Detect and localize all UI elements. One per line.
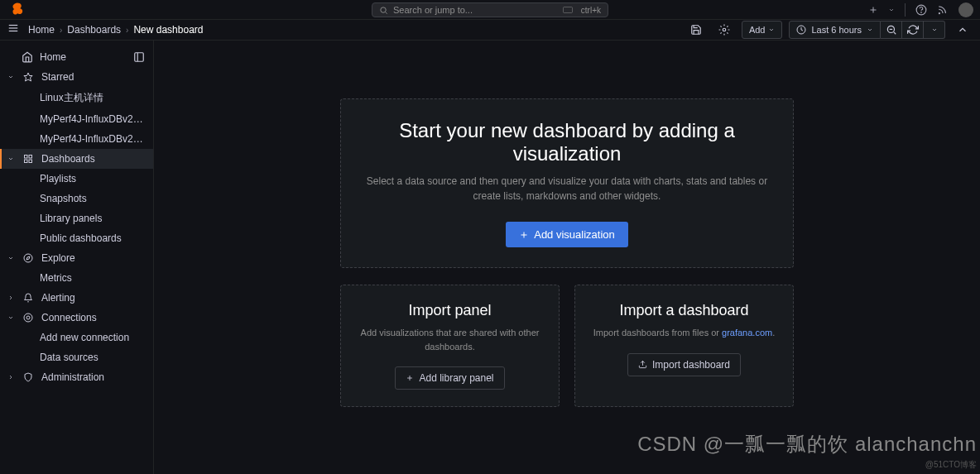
sidebar-starred-item[interactable]: MyPerf4J-InfluxDBv2.x-Met... [0, 129, 153, 149]
svg-point-0 [381, 7, 386, 12]
svg-point-23 [24, 254, 32, 262]
zoom-out-button[interactable] [881, 21, 902, 39]
start-card: Start your new dashboard by adding a vis… [340, 98, 794, 268]
chevron-down-icon [931, 26, 938, 33]
plus-icon [406, 374, 414, 382]
chevron-down-icon [7, 255, 14, 261]
chevron-down-icon [7, 314, 14, 321]
sidebar-item-administration[interactable]: Administration [0, 367, 153, 387]
svg-marker-18 [24, 73, 32, 81]
sidebar-dashboards-item[interactable]: Playlists [0, 169, 153, 189]
news-icon[interactable] [937, 4, 949, 16]
chevron-up-icon [957, 24, 968, 36]
refresh-button[interactable] [902, 21, 924, 39]
chevron-down-icon[interactable] [888, 7, 895, 13]
svg-marker-24 [26, 256, 30, 260]
main-content: Start your new dashboard by adding a vis… [154, 41, 980, 474]
sidebar-dashboards-item[interactable]: Library panels [0, 208, 153, 228]
svg-rect-21 [29, 160, 32, 163]
sidebar-connections-item[interactable]: Add new connection [0, 328, 153, 347]
search-shortcut: ctrl+k [563, 6, 601, 15]
svg-line-1 [386, 12, 387, 13]
zoom-out-icon [886, 24, 897, 36]
help-icon[interactable] [915, 4, 927, 16]
refresh-icon [907, 24, 919, 36]
import-dashboard-desc: Import dashboards from files or grafana.… [588, 326, 780, 340]
collapse-button[interactable] [952, 21, 973, 39]
home-icon [22, 51, 33, 63]
shield-icon [23, 372, 33, 382]
search-input[interactable]: Search or jump to... ctrl+k [372, 2, 608, 17]
breadcrumb-home[interactable]: Home [28, 24, 55, 36]
clock-icon [796, 25, 806, 35]
sidebar-item-explore[interactable]: Explore [0, 248, 153, 268]
avatar[interactable] [958, 2, 973, 17]
sidebar-item-starred[interactable]: Starred [0, 67, 153, 87]
import-panel-title: Import panel [354, 302, 545, 319]
menu-toggle[interactable] [7, 22, 20, 37]
start-desc: Select a data source and then query and … [366, 174, 768, 203]
gear-icon [718, 24, 730, 36]
svg-rect-20 [29, 156, 32, 159]
sidebar-starred-item[interactable]: Linux主机详情 [0, 87, 153, 109]
sidebar-item-dashboards[interactable]: Dashboards [0, 149, 153, 169]
time-range-button[interactable]: Last 6 hours [789, 21, 881, 39]
compass-icon [23, 253, 33, 263]
import-dashboard-card: Import a dashboard Import dashboards fro… [574, 285, 794, 407]
sidebar-explore-item[interactable]: Metrics [0, 268, 153, 288]
grafana-logo[interactable] [10, 2, 26, 18]
chevron-down-icon [768, 26, 775, 33]
chevron-down-icon [7, 156, 14, 162]
topbar: Search or jump to... ctrl+k [0, 0, 980, 20]
breadcrumb-current: New dashboard [133, 24, 203, 36]
breadcrumb-sep: › [126, 26, 128, 35]
start-title: Start your new dashboard by adding a vis… [366, 119, 768, 165]
watermark-line1: CSDN @一瓢一瓢的饮 alanchanchn [637, 431, 977, 457]
breadcrumb-dashboards[interactable]: Dashboards [67, 24, 121, 36]
sidebar-item-connections[interactable]: Connections [0, 308, 153, 328]
refresh-interval-button[interactable] [924, 21, 945, 39]
search-placeholder: Search or jump to... [393, 5, 473, 15]
search-icon [379, 6, 388, 15]
star-icon [23, 72, 33, 82]
svg-point-11 [723, 28, 726, 31]
chevron-right-icon [7, 374, 14, 381]
add-library-panel-button[interactable]: Add library panel [395, 366, 504, 390]
grafana-link[interactable]: grafana.com [722, 328, 772, 338]
chevron-down-icon [7, 74, 14, 80]
breadcrumb-bar: Home › Dashboards › New dashboard Add La… [0, 20, 980, 41]
plus-icon[interactable] [868, 5, 878, 15]
dashboards-icon [23, 154, 33, 164]
sidebar-starred-item[interactable]: MyPerf4J-InfluxDBv2.x-JVM [0, 109, 153, 129]
upload-icon [638, 360, 647, 369]
sidebar-dashboards-item[interactable]: Public dashboards [0, 228, 153, 248]
import-dashboard-button[interactable]: Import dashboard [627, 353, 741, 376]
watermark-line2: @51CTO博客 [925, 459, 977, 471]
sidebar: Home Starred Linux主机详情 MyPerf4J-InfluxDB… [0, 41, 154, 474]
bell-icon [23, 293, 33, 303]
plug-icon [23, 313, 33, 323]
svg-point-6 [921, 12, 922, 12]
save-button[interactable] [685, 21, 707, 39]
sidebar-item-alerting[interactable]: Alerting [0, 288, 153, 308]
svg-point-26 [26, 316, 30, 319]
chevron-down-icon [867, 26, 873, 33]
save-icon [690, 24, 702, 36]
sidebar-dashboards-item[interactable]: Snapshots [0, 189, 153, 208]
svg-rect-22 [25, 160, 28, 163]
divider [905, 3, 906, 17]
svg-point-7 [939, 12, 939, 13]
import-dashboard-title: Import a dashboard [588, 302, 780, 319]
svg-point-25 [24, 314, 32, 322]
settings-button[interactable] [713, 21, 735, 39]
add-button[interactable]: Add [742, 21, 783, 39]
svg-rect-2 [563, 7, 572, 13]
svg-line-14 [893, 32, 895, 34]
svg-rect-16 [135, 53, 144, 62]
chevron-right-icon [7, 294, 14, 301]
sidebar-connections-item[interactable]: Data sources [0, 347, 153, 367]
breadcrumb: Home › Dashboards › New dashboard [28, 24, 203, 36]
sidebar-item-home[interactable]: Home [0, 47, 153, 67]
add-visualization-button[interactable]: Add visualization [506, 222, 628, 247]
dock-icon[interactable] [133, 51, 145, 63]
